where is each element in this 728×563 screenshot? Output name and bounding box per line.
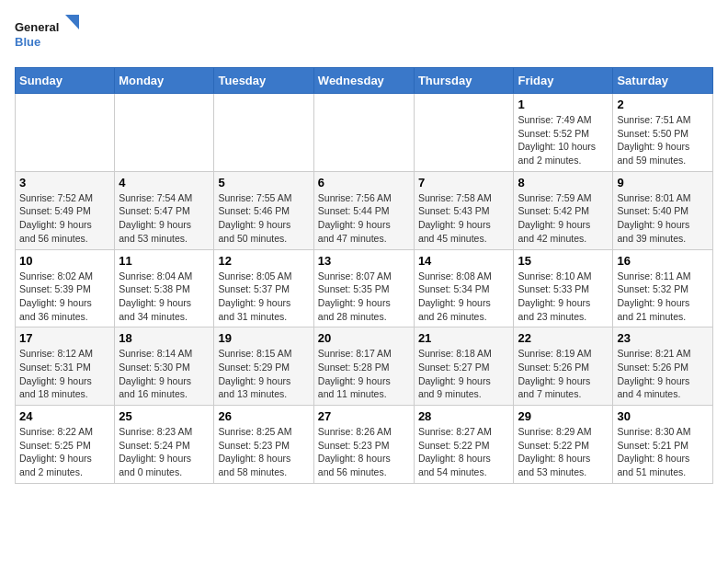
day-info: Sunrise: 8:21 AM Sunset: 5:26 PM Dayligh… [617, 347, 709, 401]
weekday-header-monday: Monday [115, 68, 214, 94]
day-cell: 24Sunrise: 8:22 AM Sunset: 5:25 PM Dayli… [16, 406, 115, 484]
day-info: Sunrise: 8:23 AM Sunset: 5:24 PM Dayligh… [119, 425, 210, 479]
day-info: Sunrise: 8:27 AM Sunset: 5:22 PM Dayligh… [418, 425, 510, 479]
svg-marker-2 [65, 15, 79, 29]
day-number: 24 [19, 409, 110, 423]
day-info: Sunrise: 8:04 AM Sunset: 5:38 PM Dayligh… [119, 270, 210, 324]
day-info: Sunrise: 7:51 AM Sunset: 5:50 PM Dayligh… [617, 113, 709, 167]
day-number: 8 [518, 176, 609, 190]
weekday-header-tuesday: Tuesday [214, 68, 313, 94]
day-number: 23 [617, 331, 709, 345]
day-info: Sunrise: 7:58 AM Sunset: 5:43 PM Dayligh… [418, 191, 510, 246]
day-info: Sunrise: 8:12 AM Sunset: 5:31 PM Dayligh… [19, 347, 110, 401]
day-number: 2 [617, 98, 709, 111]
day-cell: 29Sunrise: 8:29 AM Sunset: 5:22 PM Dayli… [514, 406, 613, 484]
day-info: Sunrise: 8:15 AM Sunset: 5:29 PM Dayligh… [218, 347, 309, 401]
day-number: 30 [617, 409, 709, 423]
day-info: Sunrise: 8:01 AM Sunset: 5:40 PM Dayligh… [617, 191, 709, 246]
day-number: 5 [218, 176, 309, 190]
day-info: Sunrise: 7:59 AM Sunset: 5:42 PM Dayligh… [518, 191, 609, 246]
day-number: 21 [418, 331, 510, 345]
day-info: Sunrise: 7:56 AM Sunset: 5:44 PM Dayligh… [318, 191, 410, 246]
day-info: Sunrise: 8:02 AM Sunset: 5:39 PM Dayligh… [19, 270, 110, 324]
day-cell: 4Sunrise: 7:54 AM Sunset: 5:47 PM Daylig… [115, 171, 214, 249]
week-row-5: 24Sunrise: 8:22 AM Sunset: 5:25 PM Dayli… [16, 406, 713, 484]
day-number: 9 [617, 176, 709, 190]
day-number: 4 [119, 176, 210, 190]
day-cell: 23Sunrise: 8:21 AM Sunset: 5:26 PM Dayli… [613, 327, 713, 406]
weekday-header-friday: Friday [514, 68, 613, 94]
day-cell: 10Sunrise: 8:02 AM Sunset: 5:39 PM Dayli… [16, 249, 115, 327]
day-number: 19 [218, 331, 309, 345]
day-number: 15 [518, 254, 609, 268]
day-number: 25 [119, 409, 210, 423]
day-number: 12 [218, 254, 309, 268]
svg-text:Blue: Blue [15, 35, 40, 49]
day-cell: 27Sunrise: 8:26 AM Sunset: 5:23 PM Dayli… [313, 406, 414, 484]
logo-svg: General Blue [15, 15, 79, 56]
day-cell: 30Sunrise: 8:30 AM Sunset: 5:21 PM Dayli… [613, 406, 713, 484]
day-cell [313, 94, 414, 172]
day-info: Sunrise: 8:05 AM Sunset: 5:37 PM Dayligh… [218, 270, 309, 324]
weekday-header-sunday: Sunday [16, 68, 115, 94]
day-cell [16, 94, 115, 172]
day-cell: 28Sunrise: 8:27 AM Sunset: 5:22 PM Dayli… [414, 406, 514, 484]
day-number: 3 [19, 176, 110, 190]
day-info: Sunrise: 8:25 AM Sunset: 5:23 PM Dayligh… [218, 425, 309, 479]
day-number: 16 [617, 254, 709, 268]
weekday-header-row: SundayMondayTuesdayWednesdayThursdayFrid… [16, 68, 713, 94]
day-info: Sunrise: 8:19 AM Sunset: 5:26 PM Dayligh… [518, 347, 609, 401]
day-cell: 20Sunrise: 8:17 AM Sunset: 5:28 PM Dayli… [313, 327, 414, 406]
day-cell: 7Sunrise: 7:58 AM Sunset: 5:43 PM Daylig… [414, 171, 514, 249]
day-info: Sunrise: 8:18 AM Sunset: 5:27 PM Dayligh… [418, 347, 510, 401]
day-info: Sunrise: 7:52 AM Sunset: 5:49 PM Dayligh… [19, 191, 110, 246]
day-info: Sunrise: 7:55 AM Sunset: 5:46 PM Dayligh… [218, 191, 309, 246]
day-number: 7 [418, 176, 510, 190]
day-info: Sunrise: 8:11 AM Sunset: 5:32 PM Dayligh… [617, 270, 709, 324]
calendar: SundayMondayTuesdayWednesdayThursdayFrid… [15, 67, 713, 484]
week-row-4: 17Sunrise: 8:12 AM Sunset: 5:31 PM Dayli… [16, 327, 713, 406]
day-cell: 13Sunrise: 8:07 AM Sunset: 5:35 PM Dayli… [313, 249, 414, 327]
day-number: 18 [119, 331, 210, 345]
day-info: Sunrise: 8:30 AM Sunset: 5:21 PM Dayligh… [617, 425, 709, 479]
day-cell: 21Sunrise: 8:18 AM Sunset: 5:27 PM Dayli… [414, 327, 514, 406]
weekday-header-saturday: Saturday [613, 68, 713, 94]
day-info: Sunrise: 8:22 AM Sunset: 5:25 PM Dayligh… [19, 425, 110, 479]
day-info: Sunrise: 7:54 AM Sunset: 5:47 PM Dayligh… [119, 191, 210, 246]
day-number: 27 [318, 409, 410, 423]
day-cell: 12Sunrise: 8:05 AM Sunset: 5:37 PM Dayli… [214, 249, 313, 327]
day-cell: 6Sunrise: 7:56 AM Sunset: 5:44 PM Daylig… [313, 171, 414, 249]
day-cell: 16Sunrise: 8:11 AM Sunset: 5:32 PM Dayli… [613, 249, 713, 327]
day-number: 11 [119, 254, 210, 268]
day-cell: 8Sunrise: 7:59 AM Sunset: 5:42 PM Daylig… [514, 171, 613, 249]
day-info: Sunrise: 8:29 AM Sunset: 5:22 PM Dayligh… [518, 425, 609, 479]
day-number: 17 [19, 331, 110, 345]
day-cell [214, 94, 313, 172]
day-number: 10 [19, 254, 110, 268]
day-cell: 26Sunrise: 8:25 AM Sunset: 5:23 PM Dayli… [214, 406, 313, 484]
day-info: Sunrise: 7:49 AM Sunset: 5:52 PM Dayligh… [518, 113, 609, 167]
day-number: 29 [518, 409, 609, 423]
day-cell: 18Sunrise: 8:14 AM Sunset: 5:30 PM Dayli… [115, 327, 214, 406]
day-cell: 2Sunrise: 7:51 AM Sunset: 5:50 PM Daylig… [613, 94, 713, 172]
day-number: 6 [318, 176, 410, 190]
day-cell [414, 94, 514, 172]
day-number: 22 [518, 331, 609, 345]
day-number: 13 [318, 254, 410, 268]
day-info: Sunrise: 8:14 AM Sunset: 5:30 PM Dayligh… [119, 347, 210, 401]
day-cell: 5Sunrise: 7:55 AM Sunset: 5:46 PM Daylig… [214, 171, 313, 249]
day-cell: 9Sunrise: 8:01 AM Sunset: 5:40 PM Daylig… [613, 171, 713, 249]
day-cell: 19Sunrise: 8:15 AM Sunset: 5:29 PM Dayli… [214, 327, 313, 406]
week-row-3: 10Sunrise: 8:02 AM Sunset: 5:39 PM Dayli… [16, 249, 713, 327]
day-info: Sunrise: 8:08 AM Sunset: 5:34 PM Dayligh… [418, 270, 510, 324]
logo: General Blue [15, 15, 79, 56]
day-cell: 22Sunrise: 8:19 AM Sunset: 5:26 PM Dayli… [514, 327, 613, 406]
day-info: Sunrise: 8:10 AM Sunset: 5:33 PM Dayligh… [518, 270, 609, 324]
day-cell: 11Sunrise: 8:04 AM Sunset: 5:38 PM Dayli… [115, 249, 214, 327]
week-row-1: 1Sunrise: 7:49 AM Sunset: 5:52 PM Daylig… [16, 94, 713, 172]
day-info: Sunrise: 8:17 AM Sunset: 5:28 PM Dayligh… [318, 347, 410, 401]
day-cell: 15Sunrise: 8:10 AM Sunset: 5:33 PM Dayli… [514, 249, 613, 327]
weekday-header-wednesday: Wednesday [313, 68, 414, 94]
day-cell: 1Sunrise: 7:49 AM Sunset: 5:52 PM Daylig… [514, 94, 613, 172]
weekday-header-thursday: Thursday [414, 68, 514, 94]
